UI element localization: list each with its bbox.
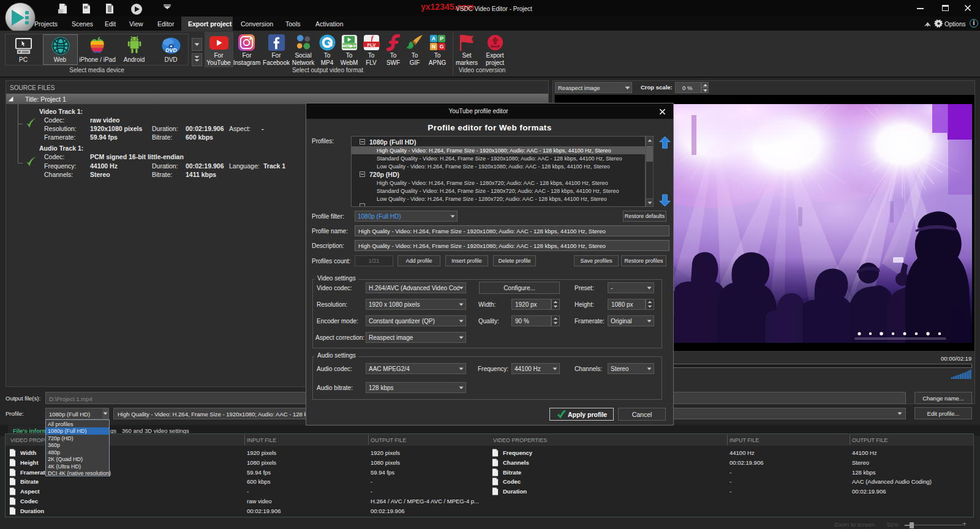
svg-text:DVD: DVD [165,47,177,53]
svg-text:A: A [432,36,436,42]
svg-text:FLV: FLV [367,42,376,48]
svg-text:web▶m: web▶m [341,43,356,48]
svg-text:G: G [440,43,444,50]
svg-text:P: P [440,36,443,42]
svg-text:N: N [432,43,435,50]
